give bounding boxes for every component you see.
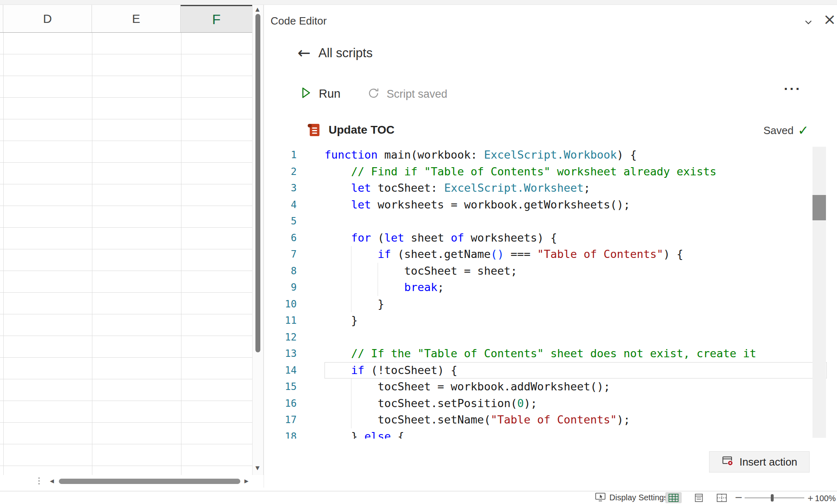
insert-action-button[interactable]: Insert action [709, 451, 810, 473]
excel-window: DEF ◀ ▶ ▲ ▼ Code Editor × ← All scripts [0, 0, 837, 504]
check-icon: ✓ [798, 123, 809, 138]
code-text: tocSheet.setPosition(0); [325, 395, 827, 412]
scroll-right-icon[interactable]: ▶ [244, 475, 248, 487]
run-label: Run [319, 87, 340, 101]
code-text: let tocSheet: ExcelScript.Worksheet; [325, 180, 827, 197]
line-number: 13 [264, 345, 297, 362]
display-settings-label: Display Settings [609, 493, 668, 502]
script-icon [305, 122, 321, 140]
vertical-scroll-thumb[interactable] [255, 14, 260, 352]
code-text [325, 213, 827, 230]
back-icon[interactable]: ← [298, 45, 311, 60]
line-number: 2 [264, 164, 297, 180]
normal-view-button[interactable] [665, 492, 682, 503]
line-number: 6 [264, 230, 297, 246]
close-icon[interactable]: × [823, 11, 836, 27]
code-text: // If the "Table of Contents" sheet does… [325, 345, 827, 362]
code-text: } [325, 312, 827, 329]
saved-label: Saved [763, 124, 794, 137]
code-line-11[interactable]: 11 } [264, 312, 837, 329]
run-button[interactable]: Run [300, 87, 340, 101]
script-saved-status: Script saved [367, 87, 448, 101]
code-scrollbar[interactable] [812, 147, 826, 438]
zoom-in-button[interactable]: + [808, 493, 813, 504]
code-editor-panel: Code Editor × ← All scripts Run Script s… [264, 5, 837, 488]
more-options-button[interactable]: ··· [784, 81, 801, 97]
window-top-strip [0, 0, 837, 5]
line-number: 18 [264, 428, 297, 439]
code-line-12[interactable]: 12 [264, 329, 837, 346]
code-line-14[interactable]: 14 if (!tocSheet) { [264, 362, 837, 379]
code-line-13[interactable]: 13 // If the "Table of Contents" sheet d… [264, 345, 837, 362]
page-break-view-button[interactable] [714, 492, 730, 503]
code-scroll-thumb[interactable] [812, 195, 826, 220]
page-layout-view-button[interactable] [691, 492, 707, 503]
code-text: function main(workbook: ExcelScript.Work… [325, 147, 827, 164]
code-text: tocSheet = workbook.addWorksheet(); [325, 379, 827, 395]
column-header-d[interactable]: D [3, 5, 92, 32]
line-number: 14 [264, 362, 297, 379]
display-settings-icon [595, 493, 606, 503]
line-number: 1 [264, 147, 297, 164]
line-number: 16 [264, 395, 297, 412]
panel-title: Code Editor [271, 15, 327, 27]
line-number: 12 [264, 329, 297, 346]
grid-line-vertical [3, 33, 4, 475]
code-line-3[interactable]: 3 let tocSheet: ExcelScript.Worksheet; [264, 180, 837, 197]
code-line-10[interactable]: 10 } [264, 296, 837, 313]
code-line-17[interactable]: 17 tocSheet.setName("Table of Contents")… [264, 412, 837, 428]
code-line-16[interactable]: 16 tocSheet.setPosition(0); [264, 395, 837, 412]
code-text: let worksheets = workbook.getWorksheets(… [325, 197, 827, 213]
vertical-scrollbar[interactable]: ▲ ▼ [252, 5, 264, 475]
insert-action-label: Insert action [739, 456, 797, 468]
code-line-5[interactable]: 5 [264, 213, 837, 230]
code-line-2[interactable]: 2 // Find if "Table of Contents" workshe… [264, 164, 837, 180]
zoom-slider[interactable] [745, 497, 804, 498]
code-text [325, 329, 827, 346]
spreadsheet: DEF ◀ ▶ [0, 5, 252, 491]
line-number: 9 [264, 279, 297, 296]
code-editor[interactable]: 1function main(workbook: ExcelScript.Wor… [264, 147, 837, 439]
zoom-level[interactable]: 100% [815, 494, 834, 503]
line-number: 7 [264, 246, 297, 263]
code-text: tocSheet = sheet; [325, 263, 827, 280]
all-scripts-link[interactable]: All scripts [318, 46, 373, 60]
scroll-down-icon[interactable]: ▼ [255, 462, 260, 474]
code-line-9[interactable]: 9 break; [264, 279, 837, 296]
grid-line-vertical [92, 33, 92, 475]
line-number: 17 [264, 412, 297, 428]
code-line-4[interactable]: 4 let worksheets = workbook.getWorksheet… [264, 197, 837, 213]
line-number: 8 [264, 263, 297, 280]
code-line-8[interactable]: 8 tocSheet = sheet; [264, 263, 837, 280]
code-line-18[interactable]: 18 } else { [264, 428, 837, 439]
script-saved-label: Script saved [387, 88, 448, 101]
code-line-1[interactable]: 1function main(workbook: ExcelScript.Wor… [264, 147, 837, 164]
code-text: } [325, 296, 827, 313]
code-text: } else { [325, 428, 827, 439]
display-settings-button[interactable]: Display Settings [595, 491, 668, 504]
scrollbar-grip[interactable] [38, 477, 40, 484]
insert-action-icon [721, 455, 734, 470]
column-header-e[interactable]: E [92, 5, 181, 32]
zoom-slider-thumb[interactable] [771, 494, 774, 502]
code-text: break; [325, 279, 827, 296]
code-text: if (sheet.getName() === "Table of Conten… [325, 246, 827, 263]
code-text: tocSheet.setName("Table of Contents"); [325, 412, 827, 428]
code-line-7[interactable]: 7 if (sheet.getName() === "Table of Cont… [264, 246, 837, 263]
chevron-down-icon[interactable] [803, 16, 814, 28]
column-header-f[interactable]: F [181, 5, 252, 32]
horizontal-scroll-thumb[interactable] [59, 479, 240, 484]
line-number: 10 [264, 296, 297, 313]
code-text: // Find if "Table of Contents" worksheet… [325, 164, 827, 180]
code-line-15[interactable]: 15 tocSheet = workbook.addWorksheet(); [264, 379, 837, 395]
line-number: 4 [264, 197, 297, 213]
sheet-grid[interactable] [0, 33, 252, 475]
code-line-6[interactable]: 6 for (let sheet of worksheets) { [264, 230, 837, 246]
horizontal-scrollbar[interactable]: ◀ ▶ [0, 475, 252, 487]
sync-icon [367, 87, 380, 101]
code-text: if (!tocSheet) { [325, 362, 827, 379]
scroll-left-icon[interactable]: ◀ [50, 475, 54, 487]
status-bar: Display Settings [0, 491, 837, 504]
zoom-out-button[interactable]: − [734, 492, 743, 503]
column-headers: DEF [0, 5, 252, 33]
